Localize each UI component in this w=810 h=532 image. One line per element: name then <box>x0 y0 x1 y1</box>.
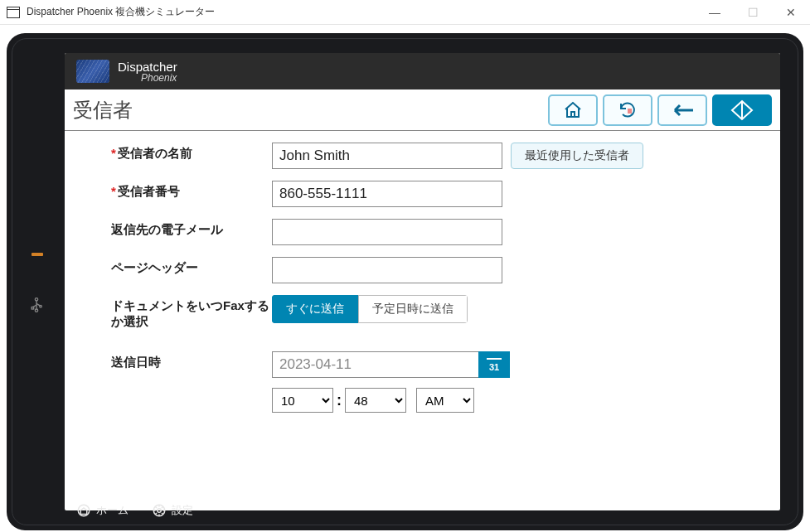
window-titlebar: Dispatcher Phoenix 複合機シミュレーター — ☐ ✕ <box>0 0 810 25</box>
calendar-button[interactable]: 31 <box>478 351 510 378</box>
page-header-row: 受信者 <box>65 89 780 131</box>
dock-home-button[interactable]: ホーム <box>76 503 129 518</box>
ampm-select[interactable]: AM <box>416 388 474 413</box>
calendar-icon <box>487 358 502 361</box>
dock-settings-button[interactable]: 設定 <box>152 503 193 518</box>
recipient-number-input[interactable] <box>272 181 502 207</box>
page-header-input[interactable] <box>272 257 502 283</box>
back-button[interactable] <box>657 94 707 126</box>
app-banner: Dispatcher Phoenix <box>65 53 780 89</box>
gear-icon <box>152 503 167 518</box>
dispatcher-logo <box>76 60 109 83</box>
home-icon <box>76 503 91 518</box>
time-separator: : <box>333 392 345 409</box>
label-reply-email: 返信先の電子メール <box>81 219 272 238</box>
label-when-to-fax: ドキュメントをいつFaxするか選択 <box>81 295 272 330</box>
label-page-header: ページヘッダー <box>81 257 272 276</box>
window-title: Dispatcher Phoenix 複合機シミュレーター <box>27 5 696 19</box>
page-title: 受信者 <box>73 97 543 123</box>
label-send-datetime: 送信日時 <box>81 351 272 370</box>
home-icon <box>562 100 584 120</box>
dock-settings-label: 設定 <box>172 503 193 518</box>
start-scan-button[interactable] <box>712 94 772 126</box>
banner-line2: Phoenix <box>118 73 177 83</box>
minute-select[interactable]: 48 <box>345 388 406 413</box>
device-frame: Dispatcher Phoenix 受信者 <box>7 33 803 530</box>
dock-bar: ホーム 設定 <box>65 499 780 522</box>
banner-text: Dispatcher Phoenix <box>118 60 177 83</box>
reset-icon <box>617 100 638 120</box>
home-button[interactable] <box>548 94 598 126</box>
back-arrow-icon <box>670 102 695 118</box>
recipient-name-input[interactable] <box>272 143 502 169</box>
send-date-input[interactable] <box>272 351 479 378</box>
reply-email-input[interactable] <box>272 219 502 245</box>
window-maximize-button: ☐ <box>734 0 772 24</box>
label-recipient-name: *受信者の名前 <box>81 143 272 162</box>
status-led <box>32 253 43 256</box>
app-icon <box>7 7 20 18</box>
usb-icon <box>28 297 45 317</box>
start-diamond-icon <box>730 99 754 121</box>
simulator-screen: Dispatcher Phoenix 受信者 <box>65 53 780 510</box>
hour-select[interactable]: 10 <box>272 388 333 413</box>
svg-point-8 <box>158 509 162 513</box>
svg-point-3 <box>35 309 37 312</box>
reset-button[interactable] <box>603 94 652 126</box>
window-minimize-button[interactable]: — <box>696 0 734 24</box>
form-area: *受信者の名前 最近使用した受信者 *受信者番号 返信先の電子メール <box>65 131 780 510</box>
banner-line1: Dispatcher <box>118 60 177 73</box>
send-scheduled-option[interactable]: 予定日時に送信 <box>358 295 468 323</box>
window-close-button[interactable]: ✕ <box>772 0 810 24</box>
label-recipient-number: *受信者番号 <box>81 181 272 200</box>
svg-rect-1 <box>32 307 34 310</box>
send-timing-toggle: すぐに送信 予定日時に送信 <box>272 295 468 323</box>
svg-point-2 <box>40 305 42 307</box>
dock-home-label: ホーム <box>96 503 129 518</box>
svg-rect-5 <box>628 109 632 114</box>
svg-rect-4 <box>571 112 575 117</box>
recent-recipients-button[interactable]: 最近使用した受信者 <box>511 143 643 169</box>
calendar-day-label: 31 <box>489 362 499 372</box>
svg-point-0 <box>35 298 37 301</box>
send-now-option[interactable]: すぐに送信 <box>272 295 358 323</box>
